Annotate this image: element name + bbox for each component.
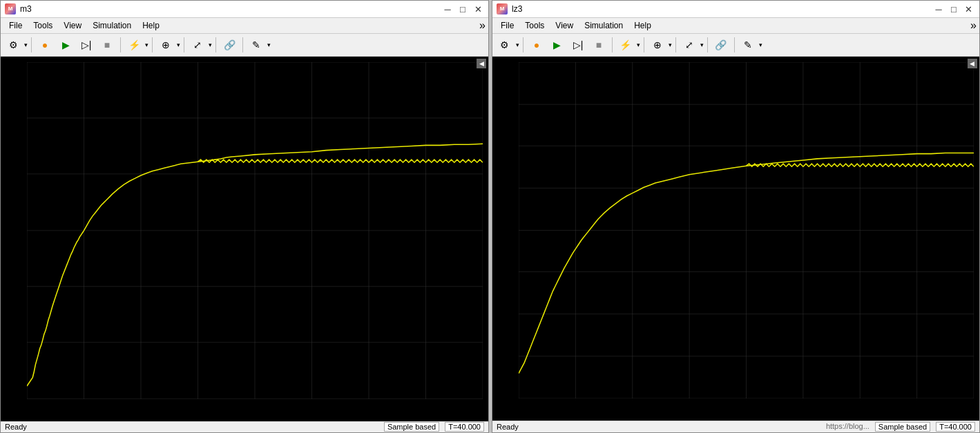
time-badge-left: T=40.000 (445, 422, 484, 432)
status-right-left: Sample based T=40.000 (384, 422, 484, 432)
plot-svg-left: 11 10.5 10 9.5 9 8.5 8 0 5 10 15 20 25 3… (27, 62, 483, 399)
zoom-btn-right[interactable]: ⊕ (648, 35, 667, 55)
status-right-right: https://blog... Sample based T=40.000 (826, 422, 975, 432)
restore-btn-left[interactable]: □ (457, 3, 469, 15)
sep3-right (644, 37, 644, 52)
collapse-btn-left[interactable]: ◀ (477, 59, 486, 68)
settings-btn-right[interactable]: ⚙ (495, 35, 515, 55)
brush-dropdown-right[interactable]: ▾ (759, 41, 762, 48)
sample-based-badge-left: Sample based (384, 422, 439, 432)
menu-simulation-right[interactable]: Simulation (579, 19, 628, 32)
menu-file-right[interactable]: File (495, 19, 519, 32)
collapse-btn-right[interactable]: ◀ (968, 59, 977, 68)
arrow-icon-right[interactable]: » (970, 19, 977, 32)
menu-help-right[interactable]: Help (628, 19, 657, 32)
fit-btn-right[interactable]: ⤢ (680, 35, 699, 55)
sep5-left (215, 37, 216, 52)
plot-svg-right: 3.6 3.4 3.2 3 2.8 2.6 2.4 2.2 2 0 5 10 1… (519, 62, 974, 398)
config-btn-right[interactable]: ⚡ (616, 35, 635, 55)
window-lz3: M lz3 ─ □ ✕ File Tools View Simulation H… (492, 0, 980, 433)
fit-dropdown-left[interactable]: ▾ (209, 41, 212, 48)
config-dropdown-left[interactable]: ▾ (145, 41, 148, 48)
sep6-left (242, 37, 243, 52)
sep4-left (184, 37, 184, 52)
step-btn-right[interactable]: ▷| (568, 35, 588, 55)
plot-container-left: ◀ (1, 57, 488, 421)
status-ready-left: Ready (5, 423, 381, 431)
config-dropdown-right[interactable]: ▾ (637, 41, 640, 48)
minimize-btn-right[interactable]: ─ (932, 3, 945, 15)
title-m3: M m3 (5, 3, 441, 15)
sep1-left (31, 37, 32, 52)
url-text-right: https://blog... (826, 422, 869, 432)
config-btn-left[interactable]: ⚡ (124, 35, 144, 55)
brush-btn-left[interactable]: ✎ (247, 35, 266, 55)
restore-btn-right[interactable]: □ (948, 3, 960, 15)
sep4-right (675, 37, 676, 52)
status-ready-right: Ready (497, 423, 823, 431)
plot-area-right: ◀ (492, 57, 979, 421)
toolbar-right: ⚙ ▾ ● ▶ ▷| ■ ⚡ ▾ ⊕ ▾ ⤢ ▾ 🔗 ✎ ▾ (492, 34, 979, 57)
settings-dropdown-right[interactable]: ▾ (516, 41, 519, 48)
status-bar-right: Ready https://blog... Sample based T=40.… (492, 421, 979, 432)
time-badge-right: T=40.000 (936, 422, 975, 432)
plot-area-left: ◀ (1, 57, 488, 421)
sep2-left (120, 37, 121, 52)
sep1-right (523, 37, 523, 52)
menu-tools-left[interactable]: Tools (28, 19, 58, 32)
zoom-dropdown-left[interactable]: ▾ (177, 41, 180, 48)
title-bar-lz3: M lz3 ─ □ ✕ (492, 1, 979, 18)
menu-view-left[interactable]: View (58, 19, 87, 32)
arrow-icon-left[interactable]: » (479, 19, 486, 32)
fit-dropdown-right[interactable]: ▾ (700, 41, 704, 48)
brush-dropdown-left[interactable]: ▾ (267, 41, 271, 48)
menu-bar-right: File Tools View Simulation Help » (492, 18, 979, 34)
toolbar-left: ⚙ ▾ ● ▶ ▷| ■ ⚡ ▾ ⊕ ▾ ⤢ ▾ 🔗 ✎ ▾ (1, 34, 488, 57)
play-btn-left[interactable]: ▶ (56, 35, 75, 55)
stop-btn-left[interactable]: ■ (97, 35, 117, 55)
settings-btn-left[interactable]: ⚙ (3, 35, 23, 55)
title-lz3: M lz3 (497, 3, 932, 15)
sep5-right (707, 37, 708, 52)
menu-bar-left: File Tools View Simulation Help » (1, 18, 488, 34)
stop-btn-right[interactable]: ■ (589, 35, 608, 55)
menu-help-left[interactable]: Help (137, 19, 165, 32)
link-btn-left[interactable]: 🔗 (220, 35, 239, 55)
menu-file-left[interactable]: File (3, 19, 28, 32)
sep2-right (612, 37, 613, 52)
step-btn-left[interactable]: ▷| (77, 35, 96, 55)
minimize-btn-left[interactable]: ─ (441, 3, 454, 15)
brush-btn-right[interactable]: ✎ (738, 35, 758, 55)
close-btn-left[interactable]: ✕ (472, 3, 484, 15)
status-bar-left: Ready Sample based T=40.000 (1, 421, 488, 432)
play-btn-right[interactable]: ▶ (548, 35, 567, 55)
title-bar-m3: M m3 ─ □ ✕ (1, 1, 488, 18)
window-title-lz3: lz3 (512, 4, 522, 14)
sep6-right (734, 37, 735, 52)
title-controls-lz3: ─ □ ✕ (932, 3, 975, 15)
zoom-dropdown-right[interactable]: ▾ (669, 41, 672, 48)
fit-btn-left[interactable]: ⤢ (188, 35, 207, 55)
settings-dropdown-left[interactable]: ▾ (24, 41, 28, 48)
menu-tools-right[interactable]: Tools (519, 19, 550, 32)
matlab-icon-left: M (5, 3, 16, 15)
window-title-m3: m3 (20, 4, 32, 14)
plot-container-right: ◀ (492, 57, 979, 421)
menu-view-right[interactable]: View (550, 19, 579, 32)
run-btn-left[interactable]: ● (35, 35, 55, 55)
window-m3: M m3 ─ □ ✕ File Tools View Simulation He… (0, 0, 489, 433)
matlab-icon-right: M (497, 3, 508, 15)
sample-based-badge-right: Sample based (875, 422, 930, 432)
link-btn-right[interactable]: 🔗 (711, 35, 731, 55)
sep3-left (152, 37, 153, 52)
menu-simulation-left[interactable]: Simulation (87, 19, 137, 32)
zoom-btn-left[interactable]: ⊕ (156, 35, 175, 55)
close-btn-right[interactable]: ✕ (963, 3, 975, 15)
run-btn-right[interactable]: ● (527, 35, 546, 55)
title-controls-m3: ─ □ ✕ (441, 3, 484, 15)
